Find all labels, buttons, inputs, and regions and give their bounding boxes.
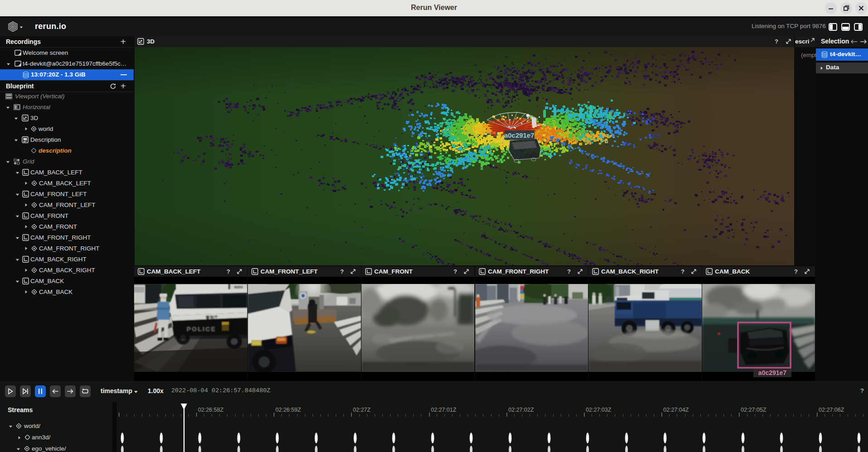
svg-text:02:26:58Z: 02:26:58Z <box>198 407 224 413</box>
svg-text:02:27:01Z: 02:27:01Z <box>431 407 457 413</box>
svg-text:02:27:04Z: 02:27:04Z <box>663 407 689 413</box>
svg-text:02:27:02Z: 02:27:02Z <box>508 407 534 413</box>
svg-text:02:27:03Z: 02:27:03Z <box>586 407 612 413</box>
svg-text:02:27Z: 02:27Z <box>353 407 371 413</box>
svg-text:02:27:05Z: 02:27:05Z <box>741 407 767 413</box>
svg-text:02:26:59Z: 02:26:59Z <box>275 407 301 413</box>
svg-text:a0c291e7: a0c291e7 <box>504 131 535 139</box>
svg-text:02:27:06Z: 02:27:06Z <box>819 407 844 413</box>
